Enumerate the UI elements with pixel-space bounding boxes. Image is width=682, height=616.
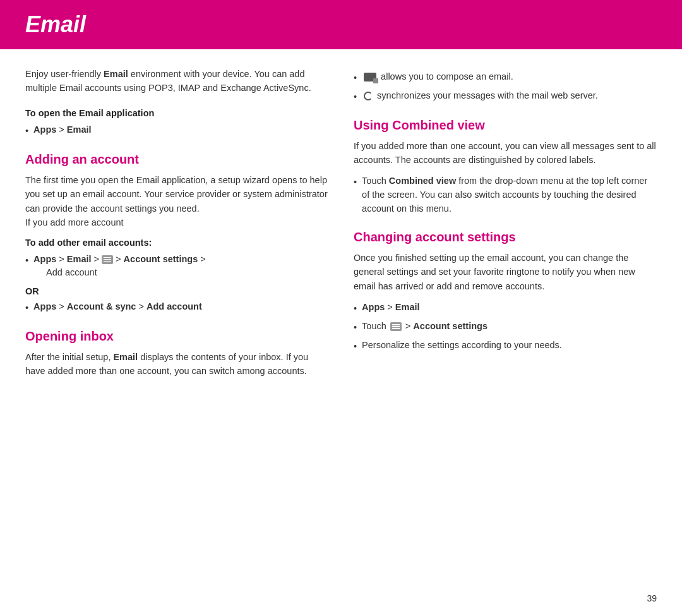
settings-path-2: Touch > Account settings [362, 320, 488, 334]
sync-bullet: • synchronizes your messages with the ma… [354, 89, 657, 104]
right-column: • allows you to compose an email. • sync… [354, 67, 657, 386]
settings-bullet-3: • Personalize the settings according to … [354, 339, 657, 354]
changing-settings-title: Changing account settings [354, 230, 657, 245]
compose-text: allows you to compose an email. [362, 70, 513, 84]
combined-view-bullet: • Touch Combined view from the drop-down… [354, 174, 657, 215]
page-title: Email [25, 11, 657, 38]
settings-personalize: Personalize the settings according to yo… [362, 339, 562, 353]
sync-text: synchronizes your messages with the mail… [362, 89, 598, 103]
open-email-path: Apps > Email [33, 123, 91, 137]
bullet-dot-s1: • [354, 302, 357, 316]
settings-bullet-1: • Apps > Email [354, 301, 657, 316]
adding-account-title: Adding an account [25, 152, 328, 167]
intro-paragraph: Enjoy user-friendly Email environment wi… [25, 67, 328, 95]
combined-view-title: Using Combined view [354, 118, 657, 133]
bullet-dot-1: • [25, 254, 28, 268]
bullet-dot: • [25, 124, 28, 138]
header-bar: Email [0, 0, 682, 49]
open-email-bullet: • Apps > Email [25, 123, 328, 138]
add-accounts-bullet-2: • Apps > Account & sync > Add account [25, 300, 328, 315]
bullet-dot-s3: • [354, 340, 357, 354]
add-account-indent: Add account [46, 267, 97, 277]
bullet-dot-compose: • [354, 71, 357, 85]
add-accounts-path-1: Apps > Email > > Account settings > Add … [33, 253, 206, 281]
combined-view-instruction: Touch Combined view from the drop-down m… [362, 174, 657, 215]
adding-account-body: The first time you open the Email applic… [25, 173, 328, 230]
page-number: 39 [647, 593, 657, 603]
add-accounts-bullet-1: • Apps > Email > > Account settings > Ad… [25, 253, 328, 281]
to-add-heading: To add other email accounts: [25, 238, 328, 248]
compose-bullet: • allows you to compose an email. [354, 70, 657, 85]
bullet-dot-sync: • [354, 90, 357, 104]
bullet-dot-2: • [25, 301, 28, 315]
opening-inbox-title: Opening inbox [25, 329, 328, 344]
open-email-heading: To open the Email application [25, 108, 328, 118]
settings-path-1: Apps > Email [362, 301, 419, 315]
changing-settings-body: Once you finished setting up the email a… [354, 251, 657, 293]
add-accounts-path-2: Apps > Account & sync > Add account [33, 300, 202, 314]
or-text: OR [25, 286, 328, 296]
left-column: Enjoy user-friendly Email environment wi… [25, 67, 328, 386]
bullet-dot-s2: • [354, 321, 357, 335]
combined-view-body: If you added more than one account, you … [354, 139, 657, 167]
bullet-dot-combined: • [354, 176, 357, 190]
opening-inbox-body: After the initial setup, Email displays … [25, 350, 328, 378]
settings-bullet-2: • Touch > Account settings [354, 320, 657, 335]
